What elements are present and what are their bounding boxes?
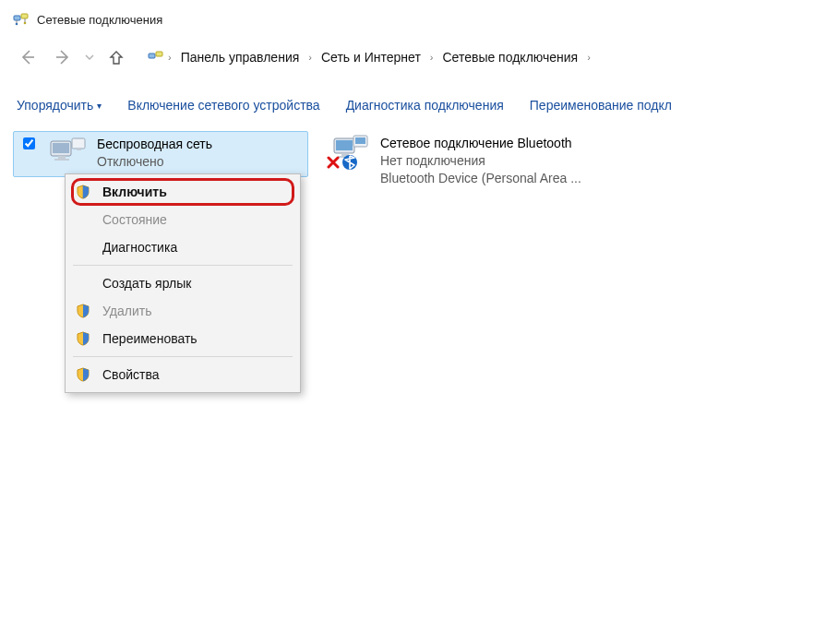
ctx-properties-label: Свойства (102, 367, 159, 382)
up-button[interactable] (102, 42, 131, 72)
adapter-device: Bluetooth Device (Personal Area ... (380, 170, 581, 187)
adapter-name: Сетевое подключение Bluetooth (380, 135, 581, 152)
svg-rect-10 (72, 138, 85, 149)
shield-icon (73, 367, 93, 382)
diagnose-label: Диагностика подключения (346, 98, 504, 113)
forward-button[interactable] (48, 42, 78, 72)
rename-label: Переименование подкл (530, 98, 672, 113)
command-bar: Упорядочить ▾ Включение сетевого устройс… (0, 87, 826, 124)
ctx-rename[interactable]: Переименовать (66, 325, 300, 352)
adapter-text: Сетевое подключение Bluetooth Нет подклю… (380, 135, 581, 187)
ctx-delete-label: Удалить (102, 304, 151, 318)
titlebar: Сетевые подключения (0, 0, 826, 35)
svg-rect-0 (14, 16, 20, 20)
chevron-right-icon: › (585, 52, 593, 63)
ctx-status-label: Состояние (102, 212, 167, 227)
separator (73, 356, 293, 357)
address-bar[interactable]: › Панель управления › Сеть и Интернет › … (142, 44, 598, 70)
svg-rect-13 (336, 140, 353, 150)
svg-rect-9 (54, 159, 69, 161)
adapter-item-bluetooth[interactable]: Сетевое подключение Bluetooth Нет подклю… (325, 131, 620, 193)
rename-button[interactable]: Переименование подкл (530, 98, 672, 113)
back-button[interactable] (13, 42, 42, 72)
chevron-right-icon: › (166, 52, 174, 63)
control-panel-icon (148, 49, 164, 66)
network-connections-icon (13, 11, 30, 28)
ctx-delete: Удалить (66, 297, 300, 325)
adapter-icon (330, 135, 371, 172)
network-connections-window: Сетевые подключения › Панель управления … (0, 0, 826, 644)
adapter-name: Беспроводная сеть (97, 136, 212, 153)
breadcrumb-item-network-internet[interactable]: Сеть и Интернет (316, 48, 426, 66)
context-menu: Включить Состояние Диагностика Создать я… (65, 173, 301, 393)
svg-rect-8 (58, 156, 66, 159)
ctx-status: Состояние (66, 206, 300, 233)
ctx-diagnose[interactable]: Диагностика (66, 233, 300, 261)
adapter-icon (47, 136, 88, 169)
history-dropdown[interactable] (83, 53, 96, 62)
ctx-shortcut-label: Создать ярлык (102, 276, 191, 291)
enable-device-button[interactable]: Включение сетевого устройства (127, 98, 319, 113)
separator (73, 265, 293, 266)
ctx-properties[interactable]: Свойства (66, 361, 300, 388)
ctx-enable[interactable]: Включить (66, 178, 300, 206)
adapter-item-wireless[interactable]: Беспроводная сеть Отключено (13, 131, 308, 177)
breadcrumb-item-control-panel[interactable]: Панель управления (175, 48, 305, 66)
svg-point-2 (16, 23, 18, 26)
svg-point-3 (24, 22, 27, 25)
adapter-state: Нет подключения (380, 152, 581, 170)
chevron-right-icon: › (428, 52, 436, 63)
shield-icon (73, 331, 93, 346)
svg-rect-17 (355, 137, 365, 144)
organize-label: Упорядочить (17, 98, 93, 113)
svg-rect-5 (156, 52, 162, 56)
adapter-text: Беспроводная сеть Отключено (97, 136, 212, 171)
navigation-bar: › Панель управления › Сеть и Интернет › … (0, 35, 826, 87)
ctx-diagnose-label: Диагностика (102, 240, 177, 255)
svg-rect-11 (77, 149, 81, 150)
adapter-checkbox[interactable] (23, 137, 35, 149)
adapter-state: Отключено (97, 153, 212, 171)
svg-rect-1 (21, 14, 28, 18)
enable-device-label: Включение сетевого устройства (127, 98, 319, 113)
ctx-rename-label: Переименовать (102, 331, 198, 346)
shield-icon (73, 185, 93, 199)
window-title: Сетевые подключения (37, 13, 162, 27)
ctx-create-shortcut[interactable]: Создать ярлык (66, 269, 300, 297)
ctx-enable-label: Включить (102, 185, 167, 199)
bluetooth-status-icons (327, 154, 358, 173)
chevron-down-icon: ▾ (97, 101, 102, 111)
diagnose-button[interactable]: Диагностика подключения (346, 98, 504, 113)
breadcrumb-item-network-connections[interactable]: Сетевые подключения (437, 48, 583, 66)
chevron-right-icon: › (306, 52, 314, 63)
shield-icon (73, 304, 93, 318)
svg-rect-4 (149, 54, 155, 58)
svg-rect-7 (53, 143, 69, 153)
organize-menu[interactable]: Упорядочить ▾ (17, 98, 102, 113)
